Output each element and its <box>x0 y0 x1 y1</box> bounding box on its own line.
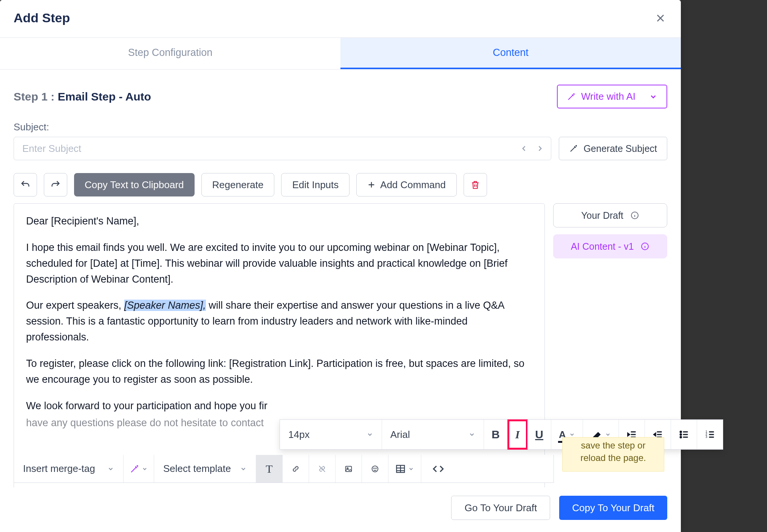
code-icon <box>433 463 444 475</box>
link-icon <box>292 464 300 474</box>
editor-paragraph: I hope this email finds you well. We are… <box>26 240 532 288</box>
italic-icon: I <box>515 428 520 441</box>
svg-point-6 <box>376 468 376 469</box>
subject-input-wrapper <box>14 137 551 160</box>
chevron-down-icon <box>469 431 475 438</box>
add-step-modal: Add Step Step Configuration Content Step… <box>0 0 681 532</box>
svg-point-9 <box>680 431 682 433</box>
regenerate-button[interactable]: Regenerate <box>201 173 275 196</box>
tab-bar: Step Configuration Content <box>0 37 681 70</box>
subject-label: Subject: <box>14 121 667 133</box>
svg-point-10 <box>680 434 682 435</box>
warning-note: save the step or reload the page. <box>562 437 664 472</box>
copy-to-draft-button[interactable]: Copy To Your Draft <box>559 496 667 520</box>
add-command-button[interactable]: Add Command <box>356 173 456 196</box>
chevron-down-icon <box>366 431 373 438</box>
step-name: Email Step - Auto <box>58 90 151 103</box>
redo-icon <box>50 179 61 190</box>
font-family-dropdown[interactable]: Arial <box>382 420 484 449</box>
warning-text: reload the page. <box>569 452 657 464</box>
chevron-down-icon <box>408 466 414 472</box>
editor-paragraph: Dear [Recipient's Name], <box>26 213 532 229</box>
undo-button[interactable] <box>14 173 37 196</box>
tab-content[interactable]: Content <box>340 38 681 69</box>
code-view-button[interactable] <box>421 455 455 483</box>
chevron-down-icon <box>107 466 114 472</box>
text-format-button[interactable]: T <box>256 455 283 483</box>
chevron-down-icon <box>649 93 657 101</box>
editor-text: Our expert speakers, <box>26 300 124 311</box>
info-icon <box>630 211 639 220</box>
go-to-draft-button[interactable]: Go To Your Draft <box>451 496 550 520</box>
chevron-down-icon <box>605 431 611 438</box>
undo-icon <box>20 179 31 190</box>
select-template-dropdown[interactable]: Select template <box>154 455 256 483</box>
step-header-row: Step 1 : Email Step - Auto Write with AI <box>14 85 667 108</box>
wand-icon <box>567 92 576 101</box>
svg-point-5 <box>374 468 374 469</box>
emoji-icon <box>371 464 379 474</box>
svg-rect-2 <box>346 466 352 472</box>
your-draft-pill[interactable]: Your Draft <box>553 203 667 227</box>
info-icon <box>640 242 649 251</box>
bold-icon: B <box>492 428 500 441</box>
svg-point-4 <box>372 466 378 472</box>
modal-title: Add Step <box>14 11 70 25</box>
tab-step-configuration[interactable]: Step Configuration <box>0 38 340 69</box>
ai-content-label: AI Content - v1 <box>571 241 634 252</box>
write-with-ai-label: Write with AI <box>581 91 636 102</box>
ai-content-pill[interactable]: AI Content - v1 <box>553 234 667 258</box>
delete-button[interactable] <box>464 173 487 196</box>
bullet-list-button[interactable] <box>671 420 697 449</box>
text-icon: T <box>266 462 272 475</box>
link-button[interactable] <box>283 455 309 483</box>
your-draft-label: Your Draft <box>581 210 623 221</box>
numbered-list-button[interactable]: 123 <box>697 420 723 449</box>
chevron-left-icon <box>520 145 528 152</box>
version-sidebar: Your Draft AI Content - v1 <box>553 203 667 532</box>
image-button[interactable] <box>336 455 362 483</box>
plus-icon <box>367 181 376 189</box>
insert-merge-tag-dropdown[interactable]: Insert merge-tag <box>14 455 124 483</box>
trash-icon <box>470 180 480 190</box>
generate-subject-button[interactable]: Generate Subject <box>559 137 667 160</box>
step-number: Step 1 : <box>14 90 58 103</box>
redo-button[interactable] <box>44 173 67 196</box>
bold-button[interactable]: B <box>484 420 508 449</box>
editor-selection: [Speaker Names], <box>124 300 206 311</box>
write-with-ai-button[interactable]: Write with AI <box>557 85 667 108</box>
font-family-value: Arial <box>390 429 410 441</box>
subject-next-button[interactable] <box>532 141 548 156</box>
unlink-button[interactable] <box>309 455 336 483</box>
close-button[interactable] <box>654 11 667 25</box>
table-dropdown[interactable] <box>388 455 421 483</box>
numbered-list-icon: 123 <box>705 429 715 440</box>
add-command-label: Add Command <box>380 179 445 191</box>
ai-wand-dropdown[interactable] <box>124 455 154 483</box>
emoji-button[interactable] <box>362 455 388 483</box>
italic-button[interactable]: I <box>508 420 528 449</box>
chevron-down-icon <box>142 466 148 472</box>
wand-icon <box>569 144 578 153</box>
underline-button[interactable]: U <box>527 420 551 449</box>
editor-paragraph: To register, please click on the followi… <box>26 356 532 388</box>
close-icon <box>655 13 666 23</box>
editor-bottom-toolbar: Insert merge-tag Select template T <box>14 455 554 483</box>
subject-input[interactable] <box>22 137 516 160</box>
insert-merge-tag-label: Insert merge-tag <box>23 463 95 475</box>
image-icon <box>345 464 353 474</box>
subject-prev-button[interactable] <box>516 141 532 156</box>
wand-icon <box>130 464 139 474</box>
edit-inputs-button[interactable]: Edit Inputs <box>281 173 349 196</box>
table-icon <box>395 464 406 474</box>
svg-text:3: 3 <box>705 435 707 439</box>
chevron-down-icon <box>569 431 575 438</box>
font-size-dropdown[interactable]: 14px <box>280 420 382 449</box>
unlink-icon <box>318 464 326 474</box>
subject-row: Generate Subject <box>14 137 667 160</box>
copy-text-clipboard-button[interactable]: Copy Text to Clipboard <box>74 173 195 196</box>
generate-subject-label: Generate Subject <box>583 143 657 154</box>
bullet-list-icon <box>679 429 689 440</box>
font-size-value: 14px <box>288 429 309 441</box>
modal-header: Add Step <box>0 0 681 37</box>
